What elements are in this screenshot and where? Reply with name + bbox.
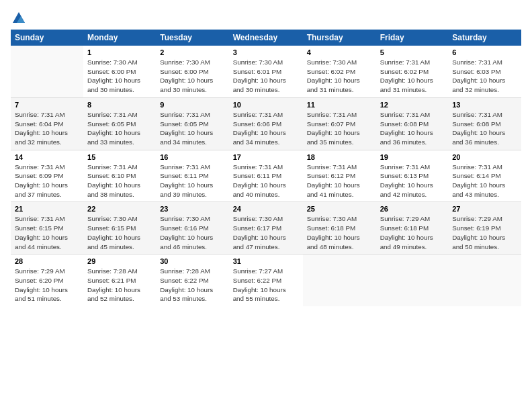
day-info: Sunrise: 7:28 AM Sunset: 6:21 PM Dayligh…	[87, 267, 152, 304]
day-number: 20	[452, 153, 517, 161]
calendar-cell: 18Sunrise: 7:31 AM Sunset: 6:12 PM Dayli…	[303, 150, 376, 202]
day-info: Sunrise: 7:30 AM Sunset: 6:18 PM Dayligh…	[307, 214, 372, 251]
day-info: Sunrise: 7:31 AM Sunset: 6:06 PM Dayligh…	[233, 110, 299, 147]
day-info: Sunrise: 7:31 AM Sunset: 6:13 PM Dayligh…	[380, 163, 445, 199]
day-number: 27	[452, 205, 517, 213]
day-number: 21	[15, 205, 79, 213]
day-info: Sunrise: 7:30 AM Sunset: 6:16 PM Dayligh…	[160, 214, 224, 251]
calendar-cell: 7Sunrise: 7:31 AM Sunset: 6:04 PM Daylig…	[11, 97, 83, 150]
calendar-cell: 31Sunrise: 7:27 AM Sunset: 6:22 PM Dayli…	[229, 255, 303, 306]
column-header-wednesday: Wednesday	[229, 30, 303, 46]
calendar-cell: 25Sunrise: 7:30 AM Sunset: 6:18 PM Dayli…	[303, 202, 376, 255]
day-info: Sunrise: 7:28 AM Sunset: 6:22 PM Dayligh…	[160, 267, 224, 304]
day-number: 2	[160, 48, 224, 56]
day-number: 6	[452, 48, 517, 56]
day-info: Sunrise: 7:31 AM Sunset: 6:10 PM Dayligh…	[87, 163, 152, 199]
day-info: Sunrise: 7:31 AM Sunset: 6:09 PM Dayligh…	[15, 163, 79, 199]
header-row: SundayMondayTuesdayWednesdayThursdayFrid…	[11, 30, 521, 46]
day-info: Sunrise: 7:30 AM Sunset: 6:01 PM Dayligh…	[233, 58, 299, 95]
day-info: Sunrise: 7:31 AM Sunset: 6:04 PM Dayligh…	[15, 110, 79, 147]
day-info: Sunrise: 7:31 AM Sunset: 6:14 PM Dayligh…	[452, 163, 517, 199]
calendar-cell: 27Sunrise: 7:29 AM Sunset: 6:19 PM Dayli…	[448, 202, 521, 255]
column-header-sunday: Sunday	[11, 30, 83, 46]
logo	[11, 11, 27, 23]
week-row-4: 21Sunrise: 7:31 AM Sunset: 6:15 PM Dayli…	[11, 202, 521, 255]
day-number: 5	[380, 48, 445, 56]
day-info: Sunrise: 7:29 AM Sunset: 6:20 PM Dayligh…	[15, 267, 79, 304]
calendar-cell: 16Sunrise: 7:31 AM Sunset: 6:11 PM Dayli…	[156, 150, 228, 202]
calendar-cell	[11, 46, 83, 97]
calendar-cell: 28Sunrise: 7:29 AM Sunset: 6:20 PM Dayli…	[11, 255, 83, 306]
calendar-cell	[448, 255, 521, 306]
calendar-cell: 24Sunrise: 7:30 AM Sunset: 6:17 PM Dayli…	[229, 202, 303, 255]
day-number: 9	[160, 101, 224, 109]
week-row-3: 14Sunrise: 7:31 AM Sunset: 6:09 PM Dayli…	[11, 150, 521, 202]
day-number: 15	[87, 153, 152, 161]
column-header-friday: Friday	[376, 30, 449, 46]
day-number: 29	[87, 257, 152, 265]
calendar-cell: 3Sunrise: 7:30 AM Sunset: 6:01 PM Daylig…	[229, 46, 303, 97]
calendar-cell: 13Sunrise: 7:31 AM Sunset: 6:08 PM Dayli…	[448, 97, 521, 150]
calendar-cell: 22Sunrise: 7:30 AM Sunset: 6:15 PM Dayli…	[83, 202, 156, 255]
day-number: 3	[233, 48, 299, 56]
day-number: 31	[233, 257, 299, 265]
day-number: 23	[160, 205, 224, 213]
calendar-cell: 30Sunrise: 7:28 AM Sunset: 6:22 PM Dayli…	[156, 255, 228, 306]
day-info: Sunrise: 7:30 AM Sunset: 6:00 PM Dayligh…	[87, 58, 152, 95]
day-info: Sunrise: 7:30 AM Sunset: 6:02 PM Dayligh…	[307, 58, 372, 95]
day-info: Sunrise: 7:31 AM Sunset: 6:12 PM Dayligh…	[307, 163, 372, 199]
day-info: Sunrise: 7:31 AM Sunset: 6:15 PM Dayligh…	[15, 214, 79, 251]
day-info: Sunrise: 7:31 AM Sunset: 6:02 PM Dayligh…	[380, 58, 445, 95]
day-number: 17	[233, 153, 299, 161]
calendar-cell: 17Sunrise: 7:31 AM Sunset: 6:11 PM Dayli…	[229, 150, 303, 202]
day-info: Sunrise: 7:31 AM Sunset: 6:07 PM Dayligh…	[307, 110, 372, 147]
day-number: 18	[307, 153, 372, 161]
page-container: SundayMondayTuesdayWednesdayThursdayFrid…	[0, 0, 532, 312]
calendar-table: SundayMondayTuesdayWednesdayThursdayFrid…	[11, 30, 521, 306]
calendar-cell: 8Sunrise: 7:31 AM Sunset: 6:05 PM Daylig…	[83, 97, 156, 150]
day-info: Sunrise: 7:31 AM Sunset: 6:05 PM Dayligh…	[87, 110, 152, 147]
week-row-5: 28Sunrise: 7:29 AM Sunset: 6:20 PM Dayli…	[11, 255, 521, 306]
calendar-cell: 14Sunrise: 7:31 AM Sunset: 6:09 PM Dayli…	[11, 150, 83, 202]
calendar-cell: 29Sunrise: 7:28 AM Sunset: 6:21 PM Dayli…	[83, 255, 156, 306]
day-number: 7	[15, 101, 79, 109]
day-info: Sunrise: 7:31 AM Sunset: 6:11 PM Dayligh…	[233, 163, 299, 199]
day-number: 4	[307, 48, 372, 56]
day-number: 26	[380, 205, 445, 213]
day-number: 11	[307, 101, 372, 109]
day-number: 14	[15, 153, 79, 161]
day-number: 1	[87, 48, 152, 56]
day-number: 16	[160, 153, 224, 161]
calendar-cell: 1Sunrise: 7:30 AM Sunset: 6:00 PM Daylig…	[83, 46, 156, 97]
calendar-cell: 20Sunrise: 7:31 AM Sunset: 6:14 PM Dayli…	[448, 150, 521, 202]
calendar-cell: 4Sunrise: 7:30 AM Sunset: 6:02 PM Daylig…	[303, 46, 376, 97]
calendar-cell: 9Sunrise: 7:31 AM Sunset: 6:05 PM Daylig…	[156, 97, 228, 150]
day-info: Sunrise: 7:31 AM Sunset: 6:05 PM Dayligh…	[160, 110, 224, 147]
day-number: 13	[452, 101, 517, 109]
header	[11, 11, 521, 23]
logo-icon	[11, 11, 26, 26]
calendar-cell: 11Sunrise: 7:31 AM Sunset: 6:07 PM Dayli…	[303, 97, 376, 150]
day-number: 22	[87, 205, 152, 213]
day-number: 19	[380, 153, 445, 161]
calendar-cell: 2Sunrise: 7:30 AM Sunset: 6:00 PM Daylig…	[156, 46, 228, 97]
calendar-cell: 15Sunrise: 7:31 AM Sunset: 6:10 PM Dayli…	[83, 150, 156, 202]
calendar-cell	[376, 255, 449, 306]
day-number: 8	[87, 101, 152, 109]
day-info: Sunrise: 7:30 AM Sunset: 6:17 PM Dayligh…	[233, 214, 299, 251]
calendar-cell: 23Sunrise: 7:30 AM Sunset: 6:16 PM Dayli…	[156, 202, 228, 255]
column-header-tuesday: Tuesday	[156, 30, 228, 46]
day-info: Sunrise: 7:30 AM Sunset: 6:00 PM Dayligh…	[160, 58, 224, 95]
day-number: 24	[233, 205, 299, 213]
week-row-1: 1Sunrise: 7:30 AM Sunset: 6:00 PM Daylig…	[11, 46, 521, 97]
calendar-cell: 5Sunrise: 7:31 AM Sunset: 6:02 PM Daylig…	[376, 46, 449, 97]
day-info: Sunrise: 7:27 AM Sunset: 6:22 PM Dayligh…	[233, 267, 299, 304]
day-number: 28	[15, 257, 79, 265]
day-number: 10	[233, 101, 299, 109]
day-info: Sunrise: 7:29 AM Sunset: 6:19 PM Dayligh…	[452, 214, 517, 251]
calendar-cell: 19Sunrise: 7:31 AM Sunset: 6:13 PM Dayli…	[376, 150, 449, 202]
day-info: Sunrise: 7:31 AM Sunset: 6:08 PM Dayligh…	[452, 110, 517, 147]
calendar-cell	[303, 255, 376, 306]
calendar-cell: 12Sunrise: 7:31 AM Sunset: 6:08 PM Dayli…	[376, 97, 449, 150]
calendar-cell: 10Sunrise: 7:31 AM Sunset: 6:06 PM Dayli…	[229, 97, 303, 150]
